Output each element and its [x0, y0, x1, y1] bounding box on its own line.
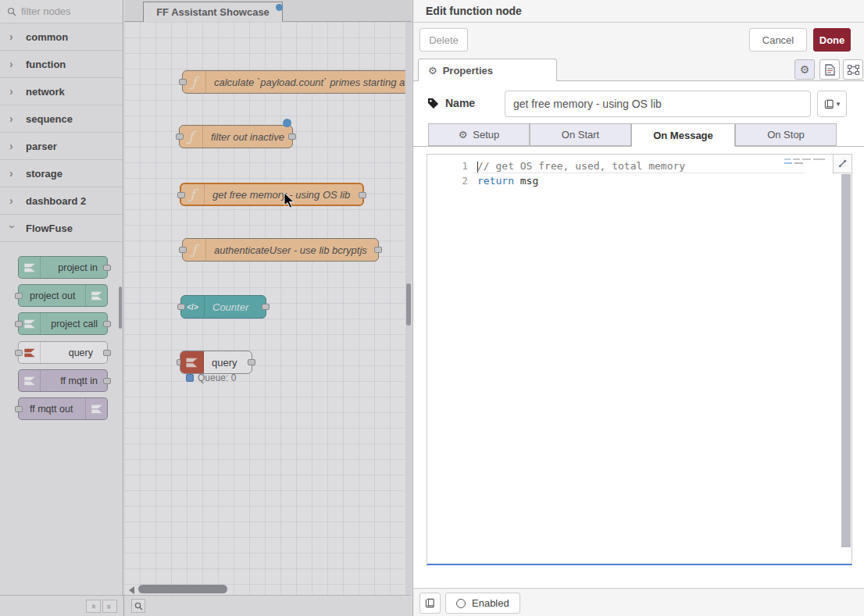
tray-toolbar: Delete Cancel Done: [413, 23, 864, 56]
code-line-2: return msg: [477, 173, 538, 188]
function-icon: ƒ: [183, 71, 206, 93]
palette-node-ff-mqtt-out[interactable]: ff mqtt out: [18, 397, 108, 420]
gear-icon: ⚙: [800, 63, 810, 76]
output-port[interactable]: [248, 359, 255, 365]
template-icon: </>: [181, 296, 205, 318]
flowfuse-icon: [23, 376, 36, 386]
search-icon: [134, 602, 143, 611]
output-port: [103, 378, 111, 384]
palette-node-ff-mqtt-in[interactable]: ff mqtt in: [18, 369, 108, 392]
palette-scrollbar[interactable]: [119, 287, 122, 329]
tab-properties[interactable]: ⚙ Properties: [418, 59, 557, 82]
function-icon: ƒ: [181, 184, 205, 205]
output-port: [103, 350, 111, 356]
flowfuse-icon: [23, 319, 36, 329]
workspace-footer: [124, 595, 412, 616]
chevron-right-icon: ›: [9, 195, 16, 206]
palette-category-function[interactable]: › function: [0, 51, 123, 78]
status-dot-icon: [186, 374, 194, 382]
node-filter-out-inactive[interactable]: ƒ filter out inactive: [179, 125, 293, 148]
input-port: [15, 321, 23, 327]
flowfuse-icon: [91, 290, 103, 301]
description-view-button[interactable]: [819, 59, 840, 80]
palette-category-sequence[interactable]: › sequence: [0, 105, 123, 133]
canvas-horizontal-scrollbar[interactable]: [126, 585, 404, 595]
done-button[interactable]: Done: [813, 28, 851, 52]
zoom-search-button[interactable]: [131, 599, 145, 613]
double-chevron-up-icon: »: [89, 604, 98, 608]
properties-view-button[interactable]: ⚙: [794, 59, 815, 80]
palette-search-box[interactable]: filter nodes: [0, 0, 123, 23]
name-input[interactable]: [505, 91, 811, 117]
palette-category-dashboard2[interactable]: › dashboard 2: [0, 187, 123, 215]
node-authenticate-user[interactable]: ƒ authenticateUser - use lib bcryptjs: [182, 238, 379, 262]
output-port: [103, 265, 111, 271]
chevron-down-icon: ›: [7, 225, 18, 231]
scrollbar-thumb[interactable]: [406, 283, 411, 326]
output-port[interactable]: [359, 192, 366, 198]
appearance-view-button[interactable]: [843, 59, 863, 80]
flowfuse-icon: [185, 357, 198, 369]
tab-on-start[interactable]: On Start: [530, 123, 631, 146]
book-icon: [425, 598, 435, 608]
tab-on-message[interactable]: On Message: [631, 123, 735, 147]
scroll-left-arrow-icon[interactable]: [129, 586, 134, 594]
cancel-button[interactable]: Cancel: [749, 28, 807, 52]
line-numbers: 1 2: [427, 158, 468, 188]
output-port[interactable]: [262, 304, 270, 310]
palette-footer: » »: [0, 595, 124, 616]
expand-all-button[interactable]: »: [102, 600, 117, 613]
collapse-all-button[interactable]: »: [86, 600, 101, 613]
palette-category-flowfuse[interactable]: › FlowFuse: [0, 215, 123, 242]
node-changed-dot: [283, 119, 291, 127]
tag-icon: [427, 98, 439, 109]
editor-minimap: [784, 158, 828, 167]
edit-tray: Edit function node Delete Cancel Done ⚙ …: [412, 0, 864, 616]
palette-category-storage[interactable]: › storage: [0, 160, 123, 187]
footer-library-button[interactable]: [420, 593, 441, 614]
input-port: [15, 406, 23, 412]
tray-tab-bar: ⚙ Properties ⚙: [413, 56, 864, 81]
chevron-right-icon: ›: [9, 168, 16, 179]
enabled-toggle-button[interactable]: Enabled: [445, 593, 520, 614]
palette-category-parser[interactable]: › parser: [0, 133, 123, 160]
palette-sidebar: filter nodes › common › function › netwo…: [0, 0, 123, 595]
flow-canvas[interactable]: FF Assistant Showcase ƒ calculate `paylo…: [124, 0, 412, 595]
library-button[interactable]: ▾: [817, 91, 847, 117]
tab-on-stop[interactable]: On Stop: [735, 123, 837, 146]
flowfuse-icon: [91, 404, 103, 415]
node-get-free-memory[interactable]: ƒ get free memory - using OS lib: [180, 183, 364, 206]
function-icon: ƒ: [180, 126, 203, 148]
palette-node-project-in[interactable]: project in: [18, 256, 108, 279]
double-chevron-down-icon: »: [105, 604, 115, 608]
chevron-right-icon: ›: [9, 86, 16, 97]
editor-expand-button[interactable]: [833, 155, 852, 173]
code-editor[interactable]: 1 2 // get OS free, used, total memory r…: [427, 154, 852, 565]
caret-down-icon: ▾: [837, 100, 841, 108]
palette-category-network[interactable]: › network: [0, 78, 123, 105]
tab-setup[interactable]: ⚙ Setup: [428, 123, 530, 146]
palette-node-project-call[interactable]: project call: [18, 312, 108, 335]
node-counter[interactable]: </> Counter: [180, 295, 266, 319]
palette-node-query[interactable]: query: [18, 341, 108, 364]
output-port[interactable]: [374, 247, 382, 253]
gear-icon: ⚙: [459, 129, 468, 141]
output-port[interactable]: [288, 134, 296, 140]
tray-footer: Enabled: [413, 588, 864, 616]
delete-button[interactable]: Delete: [420, 28, 468, 52]
input-port: [15, 350, 23, 356]
expand-diagonal-icon: [838, 159, 847, 168]
node-calculate-primes[interactable]: ƒ calculate `payload.count` primes start…: [182, 70, 412, 94]
workspace-tab[interactable]: FF Assistant Showcase: [143, 2, 283, 22]
chevron-right-icon: ›: [9, 59, 16, 69]
palette-category-common[interactable]: › common: [0, 23, 123, 51]
function-icon: ƒ: [183, 239, 206, 261]
scrollbar-thumb[interactable]: [138, 585, 227, 593]
palette-node-project-out[interactable]: project out: [18, 284, 108, 307]
node-query[interactable]: query: [180, 351, 252, 374]
gear-icon: ⚙: [428, 65, 437, 77]
name-row: Name ▾: [413, 81, 864, 123]
enabled-circle-icon: [456, 599, 466, 608]
canvas-vertical-scrollbar[interactable]: [405, 22, 412, 595]
editor-scrollbar[interactable]: [841, 174, 851, 547]
